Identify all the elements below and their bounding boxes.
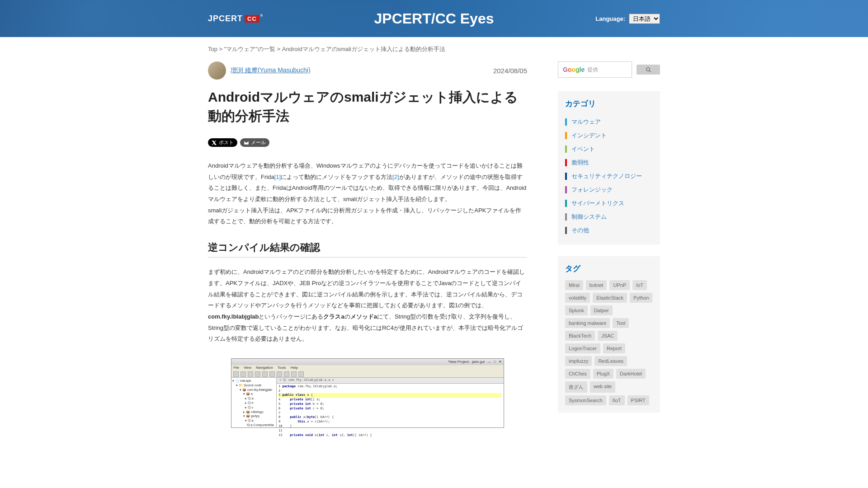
tag-item[interactable]: Datper — [590, 305, 613, 315]
tag-item[interactable]: Report — [603, 343, 625, 353]
search-button[interactable] — [637, 65, 660, 75]
tags-block: タグ MiraibotnetUPnPIoTvolatilityElasticSt… — [558, 256, 660, 413]
section-body: まず初めに、Androidマルウェアのどの部分を動的分析したいかを特定するために… — [208, 267, 527, 345]
tag-item[interactable]: Mirai — [565, 280, 583, 290]
tag-item[interactable]: RedLeaves — [594, 356, 627, 366]
section-heading: 逆コンパイル結果の確認 — [208, 241, 527, 254]
logo-badge: CC — [245, 15, 259, 23]
google-icon: Google — [563, 66, 585, 73]
author-link[interactable]: 増渕 維摩(Yuma Masubuchi) — [231, 66, 311, 75]
article-main: 増渕 維摩(Yuma Masubuchi) 2024/08/05 Android… — [208, 61, 527, 428]
tag-item[interactable]: impfuzzy — [565, 356, 592, 366]
categories-block: カテゴリ マルウェア インシデント イベント 脆弱性 セキュリティテクノロジー … — [558, 91, 660, 244]
logo-text: JPCERT — [208, 14, 243, 23]
code-editor: ✕ Ⓒ com.fky.lblabjglab.a.a ✕ 1 package p… — [277, 378, 504, 427]
category-item[interactable]: 脆弱性 — [565, 156, 653, 169]
share-x-button[interactable]: ポスト — [208, 138, 237, 147]
menubar: File View Navigation Tools Help — [231, 365, 504, 371]
tag-item[interactable]: 改ざん — [565, 381, 587, 393]
ref-link-1[interactable]: [1] — [274, 174, 281, 180]
category-item[interactable]: インシデント — [565, 129, 653, 142]
language-label: Language: — [595, 15, 625, 22]
tag-item[interactable]: IIoT — [609, 395, 625, 405]
close-icon: ✕ — [499, 360, 502, 364]
tag-item[interactable]: LogonTracer — [565, 343, 600, 353]
tag-item[interactable]: IoT — [632, 280, 647, 290]
category-item[interactable]: サイバーメトリクス — [565, 197, 653, 210]
language-switcher: Language: 日本語 — [595, 14, 660, 24]
tag-item[interactable]: ElasticStack — [593, 293, 627, 303]
breadcrumb: Top > "マルウェア"の一覧 > Androidマルウェアのsmaliガジェ… — [208, 37, 660, 61]
avatar[interactable] — [208, 61, 226, 80]
tags-title: タグ — [565, 263, 653, 274]
tag-item[interactable]: DarkHotel — [616, 369, 646, 379]
window-titlebar: *New Project - jadx-gui — □ ✕ — [231, 359, 504, 365]
share-mail-button[interactable]: メール — [240, 138, 269, 147]
tool-icon — [241, 371, 246, 377]
tool-icon — [291, 371, 297, 377]
tag-item[interactable]: Splunk — [565, 305, 588, 315]
category-item[interactable]: セキュリティテクノロジー — [565, 169, 653, 183]
ref-link-2[interactable]: [2] — [392, 174, 399, 180]
x-icon — [212, 140, 217, 145]
tag-item[interactable]: Tool — [613, 318, 629, 328]
category-item[interactable]: マルウェア — [565, 115, 653, 129]
breadcrumb-top[interactable]: Top — [208, 46, 217, 52]
tag-item[interactable]: volatility — [565, 293, 590, 303]
tool-icon — [233, 371, 239, 377]
breadcrumb-current: Androidマルウェアのsmaliガジェット挿入による動的分析手法 — [282, 46, 445, 52]
tag-item[interactable]: banking malware — [565, 318, 610, 328]
tag-item[interactable]: PSIRT — [627, 395, 649, 405]
file-tree: ▾ 📄 mal.apk ▾ 📁 Source code ▾ 📦 com.fky.… — [231, 378, 277, 427]
search-input[interactable]: Google 提供 — [558, 61, 632, 78]
tool-icon — [277, 371, 282, 377]
site-header: JPCERT CC JPCERT/CC Eyes Language: 日本語 — [0, 0, 868, 37]
maximize-icon: □ — [494, 360, 496, 364]
tag-item[interactable]: UPnP — [609, 280, 630, 290]
category-item[interactable]: フォレンジック — [565, 183, 653, 197]
tool-icon — [248, 371, 253, 377]
tag-item[interactable]: BlackTech — [565, 331, 595, 341]
tool-icon — [262, 371, 268, 377]
category-item[interactable]: その他 — [565, 224, 653, 237]
tool-icon — [284, 371, 289, 377]
toolbar — [231, 371, 504, 378]
tag-item[interactable]: PlugX — [593, 369, 613, 379]
svg-point-0 — [646, 67, 650, 71]
tag-item[interactable]: JSAC — [598, 331, 618, 341]
intro-paragraph: Androidマルウェアを動的分析する場合、Windowsマルウェアのようにデバ… — [208, 160, 527, 227]
logo[interactable]: JPCERT CC — [208, 14, 259, 23]
section-rule — [208, 257, 527, 258]
tool-icon — [298, 371, 304, 377]
tag-item[interactable]: ChChes — [565, 369, 590, 379]
tag-item[interactable]: SysmonSearch — [565, 395, 606, 405]
sidebar: Google 提供 カテゴリ マルウェア インシデント イベント 脆弱性 セキュ… — [558, 61, 660, 428]
categories-title: カテゴリ — [565, 99, 653, 109]
tool-icon — [255, 371, 260, 377]
breadcrumb-category[interactable]: "マルウェア"の一覧 — [224, 46, 275, 52]
tag-item[interactable]: botnet — [586, 280, 607, 290]
site-title: JPCERT/CC Eyes — [374, 10, 494, 27]
category-item[interactable]: イベント — [565, 142, 653, 156]
tag-item[interactable]: Python — [630, 293, 652, 303]
code-screenshot: *New Project - jadx-gui — □ ✕ File View … — [231, 358, 504, 428]
mail-icon — [244, 140, 249, 145]
minimize-icon: — — [487, 360, 491, 364]
svg-line-1 — [649, 70, 651, 72]
tool-icon — [269, 371, 275, 377]
category-item[interactable]: 制御システム — [565, 210, 653, 224]
share-row: ポスト メール — [208, 138, 527, 147]
tag-item[interactable]: web site — [590, 381, 615, 393]
article-title: Androidマルウェアのsmaliガジェット挿入による動的分析手法 — [208, 88, 527, 126]
search-hint: 提供 — [587, 66, 598, 74]
search-icon — [646, 67, 651, 73]
language-select[interactable]: 日本語 — [629, 14, 660, 24]
post-date: 2024/08/05 — [493, 67, 527, 75]
